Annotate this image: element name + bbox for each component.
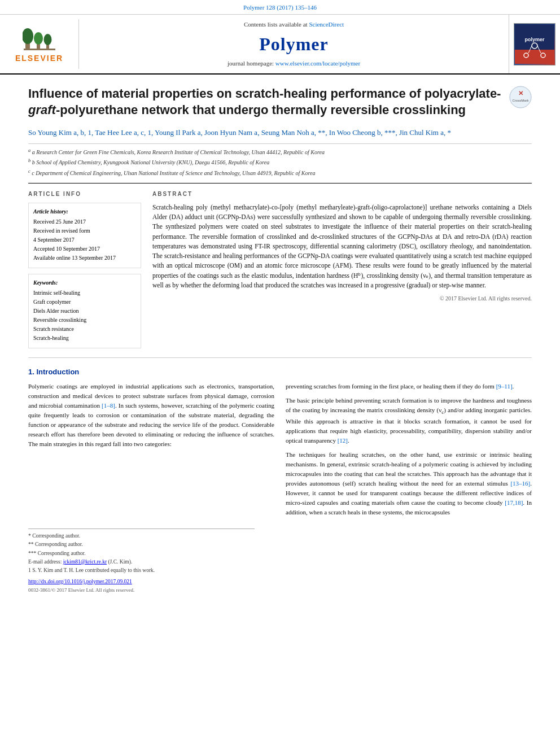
journal-info-center: Contents lists available at ScienceDirec…: [79, 15, 509, 73]
intro-left-text: Polymeric coatings are employed in indus…: [28, 382, 274, 449]
journal-header: ELSEVIER Contents lists available at Sci…: [0, 15, 560, 75]
keyword-5: Scratch resistance: [33, 325, 136, 333]
elsevier-label: ELSEVIER: [15, 53, 63, 64]
elsevier-icon: [23, 24, 56, 52]
svg-point-5: [43, 34, 51, 45]
journal-homepage-line: journal homepage: www.elsevier.com/locat…: [90, 59, 497, 68]
crossmark-badge[interactable]: ✕ CrossMark: [509, 86, 532, 111]
journal-title-header: Polymer: [90, 32, 497, 57]
contents-available-line: Contents lists available at ScienceDirec…: [90, 20, 497, 29]
footnote-1: * Corresponding author.: [28, 532, 255, 540]
keywords-title: Keywords:: [33, 279, 136, 287]
introduction-section: 1. Introduction Polymeric coatings are e…: [28, 367, 532, 522]
abstract-column: ABSTRACT Scratch-healing poly (methyl me…: [152, 190, 532, 348]
footnotes-section: * Corresponding author. ** Corresponding…: [28, 528, 255, 574]
affiliation-c: c c Department of Chemical Engineering, …: [28, 168, 532, 177]
svg-point-1: [23, 28, 33, 44]
article-info-column: ARTICLE INFO Article history: Received 2…: [28, 190, 141, 348]
received-date: Received 25 June 2017: [33, 218, 136, 226]
received-revised-date: 4 September 2017: [33, 236, 136, 244]
main-content: Influence of material properties on scra…: [0, 75, 560, 605]
issn-line: 0032-3861/© 2017 Elsevier Ltd. All right…: [28, 587, 532, 594]
email-link[interactable]: jckim81@krict.re.kr: [63, 559, 107, 565]
svg-text:✕: ✕: [518, 90, 523, 97]
sciencedirect-link[interactable]: ScienceDirect: [309, 21, 344, 28]
equal-contribution-note: 1 S. Y. Kim and T. H. Lee contributed eq…: [28, 567, 255, 574]
footnote-3: *** Corresponding author.: [28, 550, 255, 557]
section-divider-1: [28, 357, 532, 358]
authors-line: So Young Kim a, b, 1, Tae Hee Lee a, c, …: [28, 127, 532, 139]
abstract-text: Scratch-healing poly (methyl methacrylat…: [152, 203, 532, 290]
intro-right-text-1: preventing scratches from forming in the…: [286, 382, 532, 391]
journal-logo-area: polymer: [509, 19, 560, 70]
author-list: So Young Kim a, b, 1, Tae Hee Lee a, c, …: [28, 128, 451, 137]
publisher-logo-area: ELSEVIER: [0, 19, 79, 69]
intro-right-text-3: The techniques for healing scratches, on…: [286, 450, 532, 517]
doi-link[interactable]: http://dx.doi.org/10.1016/j.polymer.2017…: [28, 579, 132, 584]
svg-text:polymer: polymer: [524, 37, 545, 42]
journal-citation-bar: Polymer 128 (2017) 135–146: [0, 0, 560, 15]
intro-right-text-2: The basic principle behind preventing sc…: [286, 396, 532, 445]
svg-text:CrossMark: CrossMark: [512, 99, 529, 102]
article-history-box: Article history: Received 25 June 2017 R…: [28, 203, 141, 268]
introduction-left-col: Polymeric coatings are employed in indus…: [28, 382, 274, 522]
ref-1-8[interactable]: [1–8]: [102, 402, 115, 409]
keyword-6: Scratch-healing: [33, 334, 136, 342]
keyword-2: Graft copolymer: [33, 298, 136, 306]
accepted-date: Accepted 10 September 2017: [33, 245, 136, 253]
keyword-1: Intrinsic self-healing: [33, 289, 136, 297]
svg-rect-6: [24, 49, 55, 50]
article-info-abstract-row: ARTICLE INFO Article history: Received 2…: [28, 183, 532, 348]
received-revised-label: Received in revised form: [33, 227, 136, 235]
polymer-logo-svg: polymer: [515, 24, 554, 64]
introduction-body: Polymeric coatings are employed in indus…: [28, 382, 532, 522]
crossmark-icon: ✕ CrossMark: [509, 86, 532, 108]
svg-rect-8: [515, 50, 554, 64]
abstract-label: ABSTRACT: [152, 190, 532, 198]
homepage-link[interactable]: www.elsevier.com/locate/polymer: [275, 60, 360, 67]
keyword-4: Reversible crosslinking: [33, 316, 136, 324]
affiliation-b: b b School of Applied Chemistry, Kyungpo…: [28, 158, 532, 167]
introduction-heading: 1. Introduction: [28, 367, 532, 377]
doi-line: http://dx.doi.org/10.1016/j.polymer.2017…: [28, 578, 532, 586]
keywords-box: Keywords: Intrinsic self-healing Graft c…: [28, 274, 141, 348]
copyright-line: © 2017 Elsevier Ltd. All rights reserved…: [152, 295, 532, 303]
article-info-label: ARTICLE INFO: [28, 190, 141, 198]
ref-13-16[interactable]: [13–16]: [510, 480, 530, 487]
journal-citation: Polymer 128 (2017) 135–146: [243, 4, 317, 11]
article-history-title: Article history:: [33, 208, 136, 216]
introduction-right-col: preventing scratches from forming in the…: [286, 382, 532, 522]
elsevier-logo: ELSEVIER: [15, 24, 63, 64]
available-date: Available online 13 September 2017: [33, 254, 136, 262]
footnote-2: ** Corresponding author.: [28, 541, 255, 548]
ref-17-18[interactable]: [17,18]: [505, 499, 523, 506]
title-crossmark-row: Influence of material properties on scra…: [28, 86, 532, 127]
affiliations-section: a a Research Center for Green Fine Chemi…: [28, 143, 532, 177]
ref-12[interactable]: [12]: [338, 437, 348, 444]
email-footnote: E-mail address: jckim81@krict.re.kr (J.C…: [28, 558, 255, 566]
keyword-3: Diels Alder reaction: [33, 307, 136, 315]
affiliation-a: a a Research Center for Green Fine Chemi…: [28, 147, 532, 156]
ref-9-11[interactable]: [9–11]: [496, 383, 513, 390]
article-title: Influence of material properties on scra…: [28, 86, 504, 118]
polymer-logo: polymer: [514, 23, 555, 65]
svg-point-3: [34, 32, 43, 45]
